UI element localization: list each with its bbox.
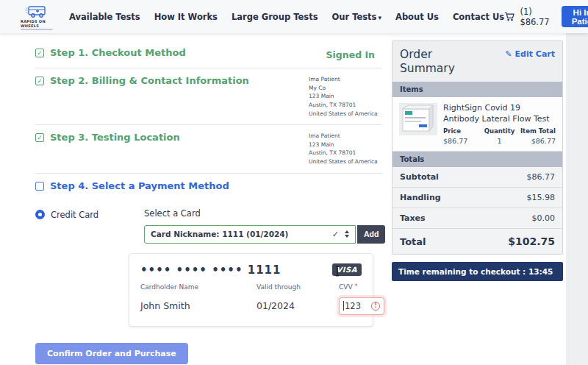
required-asterisk: * (354, 283, 357, 290)
product-thumbnail (399, 103, 437, 135)
cvv-field-wrapper: ! (339, 297, 384, 315)
price-label: Price (443, 127, 482, 135)
checkout-page: ✓ Step 1. Checkout Method Signed In ✓ St… (0, 33, 566, 365)
cvv-input[interactable] (345, 301, 364, 311)
nav-item-our-tests[interactable]: Our Tests▾ (332, 12, 381, 22)
brand-tagline (21, 29, 53, 30)
select-a-card-label: Select a Card (144, 208, 385, 219)
top-navigation: RAPIDS ON WHEELS Available Tests How It … (0, 0, 588, 33)
cart-count: (1) $86.77 (520, 7, 553, 27)
grand-total-row: Total $102.75 (392, 229, 562, 254)
checkout-timer-banner: Time remaining to checkout : 13:45 (392, 262, 563, 281)
step3-checkbox[interactable]: ✓ (35, 133, 44, 142)
order-summary-title: Order Summary (400, 48, 481, 77)
valid-through-value: 01/2024 (257, 300, 339, 311)
quantity-label: Quantity (482, 127, 517, 135)
step1-title: Step 1. Checkout Method (50, 47, 186, 58)
step1-checkbox[interactable]: ✓ (35, 49, 44, 57)
card-select-dropdown[interactable]: Card Nickname: 1111 (01/2024) ✓ (144, 225, 356, 244)
logo[interactable]: RAPIDS ON WHEELS (21, 4, 53, 30)
nav-menu: Available Tests How It Works Large Group… (69, 12, 504, 22)
step2-title: Step 2. Billing & Contact Information (50, 75, 249, 86)
selected-card-text: Card Nickname: 1111 (01/2024) (151, 230, 288, 238)
subtotal-row: Subtotal $86.77 (392, 167, 562, 188)
item-total-value: $86.77 (517, 137, 556, 145)
cvv-warning-icon: ! (371, 302, 380, 311)
nav-item-large-group-tests[interactable]: Large Group Tests (232, 12, 318, 22)
price-value: $86.77 (443, 137, 482, 145)
item-name: RightSign Covid 19 Antibody Lateral Flow… (443, 103, 556, 125)
brand-name: RAPIDS ON WHEELS (21, 19, 53, 28)
step3-row: ✓ Step 3. Testing Location Ima Patient 1… (35, 125, 382, 174)
credit-card-label: Credit Card (51, 210, 98, 220)
text-caret (343, 301, 344, 311)
cardholder-name-label: Cardholder Name (140, 283, 257, 291)
payment-method-section: Credit Card Select a Card Card Nickname:… (35, 198, 382, 365)
nav-item-about-us[interactable]: About Us (395, 12, 439, 22)
step2-checkbox[interactable]: ✓ (35, 77, 44, 85)
credit-card-panel: •••• •••• •••• 1111 VISA Cardholder Name… (129, 253, 373, 327)
step2-row: ✓ Step 2. Billing & Contact Information … (35, 68, 382, 125)
checkout-steps-column: ✓ Step 1. Checkout Method Signed In ✓ St… (35, 40, 382, 365)
cart-item: RightSign Covid 19 Antibody Lateral Flow… (392, 97, 562, 152)
step4-title: Step 4. Select a Payment Method (50, 180, 229, 191)
totals-section-header: Totals (392, 152, 562, 167)
select-updown-icon (345, 230, 349, 238)
user-account-button[interactable]: Hi Ima Patient (562, 6, 588, 27)
order-summary-sidebar: Order Summary ✎ Edit Cart Items (392, 40, 563, 365)
billing-address: Ima Patient My Co 123 Main Austin, TX 78… (309, 75, 375, 118)
quantity-value: 1 (482, 137, 517, 145)
visa-brand-badge: VISA (332, 263, 362, 276)
handling-row: Handling $15.98 (392, 188, 562, 208)
cvv-label: CVV * (339, 283, 384, 291)
step4-row: Step 4. Select a Payment Method (35, 174, 382, 198)
edit-cart-link[interactable]: ✎ Edit Cart (505, 49, 555, 59)
cart-icon (504, 10, 514, 23)
step4-checkbox[interactable] (35, 182, 44, 191)
valid-through-label: Valid through (257, 283, 339, 291)
valid-check-icon: ✓ (332, 230, 339, 239)
masked-card-number: •••• •••• •••• 1111 (140, 263, 281, 277)
confirm-order-button[interactable]: Confirm Order and Purchase (35, 343, 188, 364)
nav-item-available-tests[interactable]: Available Tests (69, 12, 140, 22)
step3-title: Step 3. Testing Location (50, 132, 180, 143)
signed-in-status: Signed In (326, 49, 375, 60)
items-section-header: Items (392, 82, 562, 97)
testing-location-address: Ima Patient 123 Main Austin, TX 78701 Un… (309, 132, 375, 166)
nav-item-how-it-works[interactable]: How It Works (154, 12, 218, 22)
credit-card-radio[interactable] (35, 210, 45, 219)
nav-item-contact-us[interactable]: Contact Us (453, 12, 504, 22)
cart-button[interactable]: (1) $86.77 (504, 7, 553, 27)
item-total-label: Item Total (517, 127, 556, 135)
nav-right: (1) $86.77 Hi Ima Patient (504, 6, 588, 27)
add-card-button[interactable]: Add (357, 225, 385, 244)
pencil-icon: ✎ (505, 49, 512, 59)
taxes-row: Taxes $0.00 (392, 208, 562, 229)
step1-row: ✓ Step 1. Checkout Method Signed In (35, 40, 382, 68)
user-button-label: Hi Ima Patient (562, 8, 588, 26)
van-logo-icon (24, 4, 49, 18)
caret-down-icon: ▾ (378, 14, 381, 21)
cardholder-name-value: John Smith (140, 300, 257, 311)
